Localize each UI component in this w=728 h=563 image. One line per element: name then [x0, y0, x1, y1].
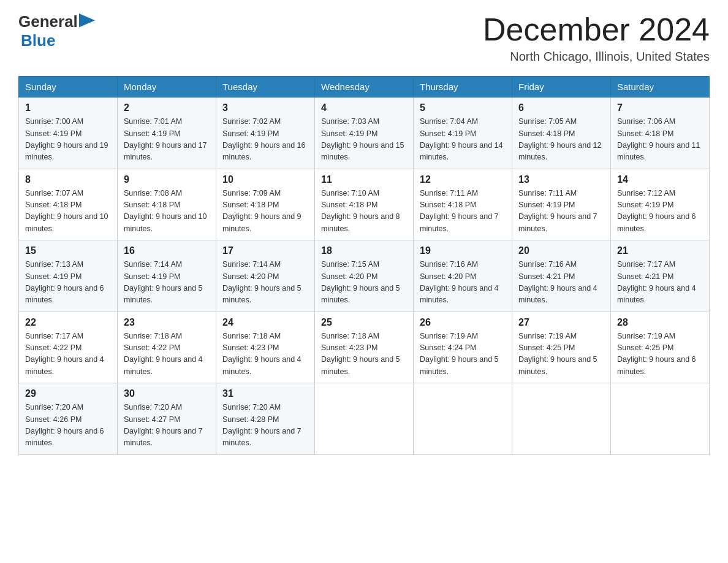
calendar-cell: 20 Sunrise: 7:16 AMSunset: 4:21 PMDaylig… [512, 240, 611, 312]
day-info: Sunrise: 7:05 AMSunset: 4:18 PMDaylight:… [518, 117, 602, 161]
calendar-cell: 26 Sunrise: 7:19 AMSunset: 4:24 PMDaylig… [414, 312, 512, 383]
calendar-cell: 30 Sunrise: 7:20 AMSunset: 4:27 PMDaylig… [118, 383, 216, 455]
day-number: 5 [420, 102, 506, 113]
month-title: December 2024 [483, 12, 710, 47]
day-info: Sunrise: 7:11 AMSunset: 4:18 PMDaylight:… [420, 189, 499, 233]
day-number: 20 [518, 245, 604, 256]
day-info: Sunrise: 7:14 AMSunset: 4:20 PMDaylight:… [222, 260, 301, 304]
day-info: Sunrise: 7:20 AMSunset: 4:28 PMDaylight:… [222, 403, 301, 447]
day-number: 1 [25, 102, 111, 113]
header-friday: Friday [512, 77, 611, 98]
calendar-cell: 21 Sunrise: 7:17 AMSunset: 4:21 PMDaylig… [611, 240, 710, 312]
calendar-week-row: 22 Sunrise: 7:17 AMSunset: 4:22 PMDaylig… [19, 312, 710, 383]
day-number: 3 [222, 102, 308, 113]
title-block: December 2024 North Chicago, Illinois, U… [483, 12, 710, 64]
logo: General Blue [18, 12, 96, 50]
calendar-cell: 8 Sunrise: 7:07 AMSunset: 4:18 PMDayligh… [19, 169, 118, 240]
day-number: 19 [420, 245, 506, 256]
calendar-cell [512, 383, 611, 455]
calendar-cell: 29 Sunrise: 7:20 AMSunset: 4:26 PMDaylig… [19, 383, 118, 455]
day-info: Sunrise: 7:14 AMSunset: 4:19 PMDaylight:… [124, 260, 203, 304]
day-number: 16 [124, 245, 210, 256]
calendar-cell: 18 Sunrise: 7:15 AMSunset: 4:20 PMDaylig… [315, 240, 414, 312]
calendar-cell: 5 Sunrise: 7:04 AMSunset: 4:19 PMDayligh… [414, 98, 512, 169]
calendar-cell: 9 Sunrise: 7:08 AMSunset: 4:18 PMDayligh… [118, 169, 216, 240]
calendar-cell: 15 Sunrise: 7:13 AMSunset: 4:19 PMDaylig… [19, 240, 118, 312]
logo-text-blue: Blue [21, 31, 55, 50]
day-number: 18 [321, 245, 407, 256]
day-info: Sunrise: 7:17 AMSunset: 4:21 PMDaylight:… [617, 260, 696, 304]
day-number: 27 [518, 317, 604, 328]
calendar-cell: 16 Sunrise: 7:14 AMSunset: 4:19 PMDaylig… [118, 240, 216, 312]
day-number: 25 [321, 317, 407, 328]
day-info: Sunrise: 7:16 AMSunset: 4:21 PMDaylight:… [518, 260, 597, 304]
calendar-cell: 13 Sunrise: 7:11 AMSunset: 4:19 PMDaylig… [512, 169, 611, 240]
day-number: 7 [617, 102, 703, 113]
calendar-cell: 10 Sunrise: 7:09 AMSunset: 4:18 PMDaylig… [216, 169, 315, 240]
calendar-cell [611, 383, 710, 455]
calendar-header-row: SundayMondayTuesdayWednesdayThursdayFrid… [19, 77, 710, 98]
calendar-cell: 11 Sunrise: 7:10 AMSunset: 4:18 PMDaylig… [315, 169, 414, 240]
day-info: Sunrise: 7:20 AMSunset: 4:27 PMDaylight:… [124, 403, 203, 447]
day-info: Sunrise: 7:17 AMSunset: 4:22 PMDaylight:… [25, 332, 104, 376]
day-number: 2 [124, 102, 210, 113]
calendar-cell [315, 383, 414, 455]
day-info: Sunrise: 7:03 AMSunset: 4:19 PMDaylight:… [321, 117, 404, 161]
day-info: Sunrise: 7:18 AMSunset: 4:23 PMDaylight:… [222, 332, 301, 376]
day-number: 30 [124, 388, 210, 399]
day-number: 22 [25, 317, 111, 328]
day-info: Sunrise: 7:11 AMSunset: 4:19 PMDaylight:… [518, 189, 597, 233]
day-info: Sunrise: 7:13 AMSunset: 4:19 PMDaylight:… [25, 260, 104, 304]
day-info: Sunrise: 7:19 AMSunset: 4:25 PMDaylight:… [617, 332, 696, 376]
calendar-cell: 17 Sunrise: 7:14 AMSunset: 4:20 PMDaylig… [216, 240, 315, 312]
location-subtitle: North Chicago, Illinois, United States [483, 50, 710, 64]
day-info: Sunrise: 7:19 AMSunset: 4:24 PMDaylight:… [420, 332, 499, 376]
header-thursday: Thursday [414, 77, 512, 98]
header-tuesday: Tuesday [216, 77, 315, 98]
calendar-week-row: 29 Sunrise: 7:20 AMSunset: 4:26 PMDaylig… [19, 383, 710, 455]
day-number: 9 [124, 174, 210, 185]
day-number: 8 [25, 174, 111, 185]
calendar-cell: 1 Sunrise: 7:00 AMSunset: 4:19 PMDayligh… [19, 98, 118, 169]
day-info: Sunrise: 7:19 AMSunset: 4:25 PMDaylight:… [518, 332, 597, 376]
header-monday: Monday [118, 77, 216, 98]
day-number: 31 [222, 388, 308, 399]
day-number: 12 [420, 174, 506, 185]
logo-text-general: General [18, 12, 78, 31]
day-number: 23 [124, 317, 210, 328]
calendar-cell: 6 Sunrise: 7:05 AMSunset: 4:18 PMDayligh… [512, 98, 611, 169]
calendar-cell: 31 Sunrise: 7:20 AMSunset: 4:28 PMDaylig… [216, 383, 315, 455]
header-sunday: Sunday [19, 77, 118, 98]
day-info: Sunrise: 7:12 AMSunset: 4:19 PMDaylight:… [617, 189, 696, 233]
logo-icon [79, 13, 96, 31]
day-info: Sunrise: 7:09 AMSunset: 4:18 PMDaylight:… [222, 189, 301, 233]
calendar-week-row: 15 Sunrise: 7:13 AMSunset: 4:19 PMDaylig… [19, 240, 710, 312]
calendar-cell: 4 Sunrise: 7:03 AMSunset: 4:19 PMDayligh… [315, 98, 414, 169]
calendar-cell: 25 Sunrise: 7:18 AMSunset: 4:23 PMDaylig… [315, 312, 414, 383]
day-number: 17 [222, 245, 308, 256]
header-saturday: Saturday [611, 77, 710, 98]
calendar-cell: 22 Sunrise: 7:17 AMSunset: 4:22 PMDaylig… [19, 312, 118, 383]
day-number: 29 [25, 388, 111, 399]
day-number: 15 [25, 245, 111, 256]
day-number: 14 [617, 174, 703, 185]
day-info: Sunrise: 7:04 AMSunset: 4:19 PMDaylight:… [420, 117, 503, 161]
day-info: Sunrise: 7:18 AMSunset: 4:23 PMDaylight:… [321, 332, 400, 376]
day-info: Sunrise: 7:15 AMSunset: 4:20 PMDaylight:… [321, 260, 400, 304]
calendar-cell: 14 Sunrise: 7:12 AMSunset: 4:19 PMDaylig… [611, 169, 710, 240]
day-number: 6 [518, 102, 604, 113]
day-number: 13 [518, 174, 604, 185]
calendar-table: SundayMondayTuesdayWednesdayThursdayFrid… [18, 76, 710, 455]
calendar-week-row: 1 Sunrise: 7:00 AMSunset: 4:19 PMDayligh… [19, 98, 710, 169]
day-info: Sunrise: 7:20 AMSunset: 4:26 PMDaylight:… [25, 403, 104, 447]
day-number: 21 [617, 245, 703, 256]
calendar-cell: 2 Sunrise: 7:01 AMSunset: 4:19 PMDayligh… [118, 98, 216, 169]
header-wednesday: Wednesday [315, 77, 414, 98]
day-info: Sunrise: 7:02 AMSunset: 4:19 PMDaylight:… [222, 117, 306, 161]
calendar-cell: 7 Sunrise: 7:06 AMSunset: 4:18 PMDayligh… [611, 98, 710, 169]
day-info: Sunrise: 7:18 AMSunset: 4:22 PMDaylight:… [124, 332, 203, 376]
calendar-week-row: 8 Sunrise: 7:07 AMSunset: 4:18 PMDayligh… [19, 169, 710, 240]
calendar-cell: 3 Sunrise: 7:02 AMSunset: 4:19 PMDayligh… [216, 98, 315, 169]
calendar-cell: 28 Sunrise: 7:19 AMSunset: 4:25 PMDaylig… [611, 312, 710, 383]
day-info: Sunrise: 7:07 AMSunset: 4:18 PMDaylight:… [25, 189, 108, 233]
